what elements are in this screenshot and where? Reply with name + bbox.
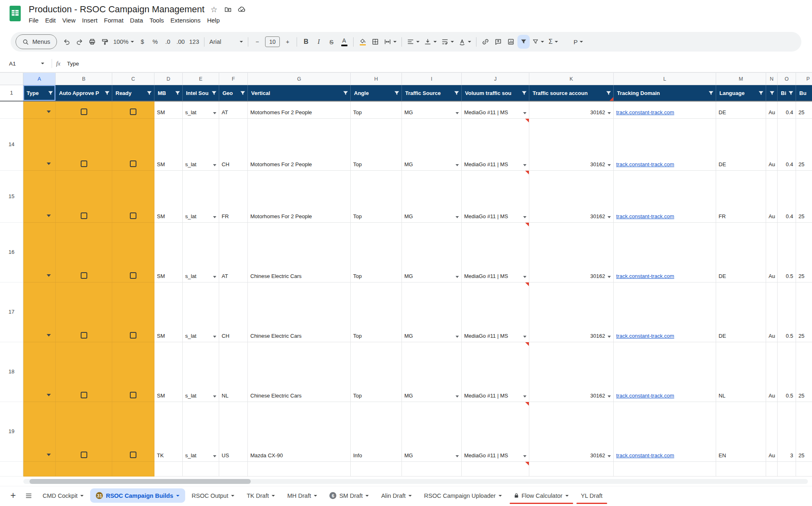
cell-voluum-source[interactable]: MediaGo #11 | MS (462, 282, 529, 342)
cell-type[interactable] (23, 171, 56, 223)
cell-geo[interactable]: AT (219, 102, 248, 119)
cell-angle[interactable] (351, 462, 402, 477)
cell-traffic-source[interactable] (402, 462, 462, 477)
text-wrap-button[interactable] (439, 35, 456, 49)
cell-geo[interactable]: AT (219, 223, 248, 282)
cell-tracking-domain[interactable]: track.constant-track.com (614, 282, 716, 342)
insert-link-button[interactable] (479, 35, 492, 49)
cell-angle[interactable]: Top (351, 171, 402, 223)
tab-menu-caret[interactable] (499, 495, 502, 497)
horizontal-scrollbar[interactable] (23, 477, 808, 486)
cell-account[interactable]: 30162 (529, 171, 614, 223)
column-header-e[interactable]: E (183, 73, 219, 85)
formula-input[interactable]: Type (67, 61, 79, 67)
cell-account[interactable] (529, 462, 614, 477)
cell-n[interactable]: Au (766, 402, 778, 462)
cell-name-box[interactable]: A1 (7, 61, 48, 67)
increase-decimal-button[interactable]: .00 (175, 35, 187, 49)
increase-font-size-button[interactable]: + (281, 35, 294, 49)
cell-bid[interactable]: 0.5 (778, 223, 796, 282)
cell-account[interactable]: 30162 (529, 102, 614, 119)
cell-bid[interactable]: 0.5 (778, 342, 796, 402)
checkbox-icon[interactable] (81, 160, 87, 167)
tab-menu-caret[interactable] (80, 495, 84, 497)
cell-bid[interactable]: 0.5 (778, 282, 796, 342)
cell-mb[interactable] (154, 462, 183, 477)
cell-account[interactable]: 30162 (529, 282, 614, 342)
cell-mb[interactable]: SM (154, 171, 183, 223)
paint-format-button[interactable] (99, 35, 111, 49)
cell-mb[interactable]: SM (154, 282, 183, 342)
cell-bid[interactable]: 0.4 (778, 119, 796, 171)
all-sheets-button[interactable] (21, 488, 36, 503)
merge-cells-button[interactable] (382, 35, 399, 49)
cell-traffic-source[interactable]: MG (402, 282, 462, 342)
column-header-c[interactable]: C (112, 73, 154, 85)
cell-intel-source[interactable]: s_lat (183, 282, 219, 342)
cell-tracking-domain[interactable]: track.constant-track.com (614, 171, 716, 223)
cell-traffic-source[interactable]: MG (402, 223, 462, 282)
cell-n[interactable]: Au (766, 342, 778, 402)
tab-menu-caret[interactable] (314, 495, 317, 497)
move-folder-icon[interactable] (223, 5, 232, 14)
dropdown-icon[interactable] (47, 454, 51, 456)
cell-auto-approve[interactable] (56, 282, 112, 342)
column-header-j[interactable]: J (462, 73, 529, 85)
cell-ready[interactable] (112, 402, 154, 462)
cell-type[interactable] (23, 342, 56, 402)
sheet-tab-alin-draft[interactable]: Alin Draft (375, 487, 417, 505)
cell-intel-source[interactable]: s_lat (183, 102, 219, 119)
cell-voluum-source[interactable]: MediaGo #11 | MS (462, 171, 529, 223)
header-cell-voluum-source[interactable]: Voluum traffic sou (462, 85, 529, 101)
cell-tracking-domain[interactable]: track.constant-track.com (614, 119, 716, 171)
filter-icon[interactable] (454, 90, 459, 96)
cell-n[interactable]: Au (766, 171, 778, 223)
checkbox-icon[interactable] (81, 272, 87, 279)
header-cell-mb[interactable]: MB (154, 85, 183, 101)
dropdown-icon[interactable] (47, 215, 51, 217)
menu-view[interactable]: View (59, 16, 79, 25)
sheet-tab-cmd-cockpit[interactable]: CMD Cockpit (37, 487, 89, 505)
column-header-d[interactable]: D (154, 73, 183, 85)
column-header-k[interactable]: K (529, 73, 614, 85)
row-number[interactable]: 15 (0, 171, 23, 223)
cell-geo[interactable]: CH (219, 119, 248, 171)
cell-budget[interactable]: 25 (796, 102, 812, 119)
row-number[interactable]: 14 (0, 119, 23, 171)
sheet-tab-yl-draft[interactable]: YL Draft (575, 487, 608, 505)
row-number[interactable]: 16 (0, 223, 23, 282)
star-icon[interactable]: ☆ (209, 5, 218, 14)
filter-icon[interactable] (758, 90, 764, 96)
font-family-selector[interactable]: Arial (207, 35, 245, 49)
cell-angle[interactable]: Top (351, 119, 402, 171)
text-color-button[interactable]: A (338, 35, 350, 49)
cell-traffic-source[interactable]: MG (402, 342, 462, 402)
checkbox-icon[interactable] (130, 272, 136, 279)
cell-intel-source[interactable]: s_lat (183, 119, 219, 171)
dropdown-icon[interactable] (456, 276, 459, 278)
cell-ready[interactable] (112, 342, 154, 402)
insert-chart-button[interactable] (505, 35, 517, 49)
format-currency-button[interactable]: $ (136, 35, 149, 49)
dropdown-icon[interactable] (213, 455, 216, 457)
decrease-font-size-button[interactable]: − (251, 35, 263, 49)
cell-bid[interactable]: 0.4 (778, 171, 796, 223)
cell-tracking-domain[interactable] (614, 462, 716, 477)
menu-insert[interactable]: Insert (79, 16, 101, 25)
cell-vo luum-source[interactable]: MediaGo #11 | MS (462, 402, 529, 462)
cell-ready[interactable] (112, 119, 154, 171)
checkbox-icon[interactable] (130, 452, 136, 458)
header-cell-account[interactable]: Traffic source accoun (529, 85, 614, 101)
dropdown-icon[interactable] (608, 276, 611, 278)
text-rotation-button[interactable] (456, 35, 473, 49)
row-number[interactable]: 1 (0, 85, 23, 101)
font-size-input[interactable]: 10 (265, 36, 280, 47)
column-header-m[interactable]: M (716, 73, 766, 85)
fill-color-button[interactable] (356, 35, 369, 49)
select-all-corner[interactable] (0, 73, 23, 85)
menu-file[interactable]: File (25, 16, 42, 25)
cell-vertical[interactable]: Chinese Electric Cars (248, 223, 351, 282)
cell-budget[interactable]: 25 (796, 402, 812, 462)
cell-angle[interactable]: Top (351, 223, 402, 282)
cell-auto-approve[interactable] (56, 462, 112, 477)
